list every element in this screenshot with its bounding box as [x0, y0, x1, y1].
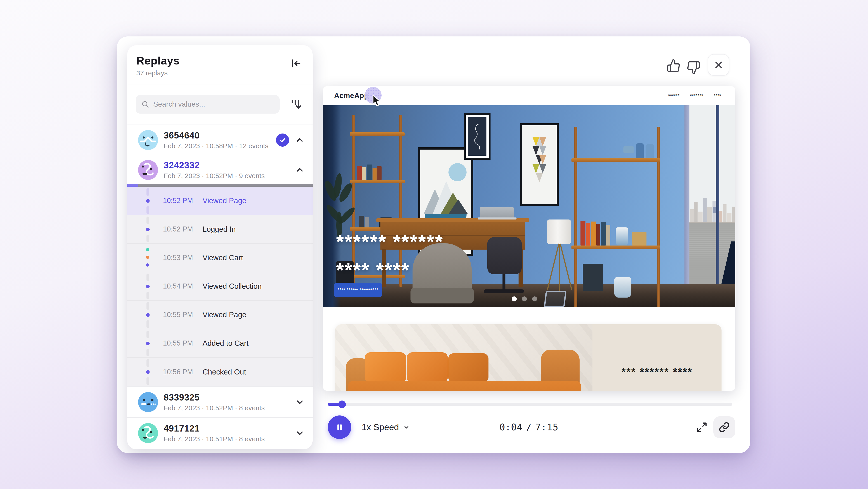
event-row[interactable]: 10:52 PM Logged In	[127, 215, 313, 244]
event-label: Viewed Collection	[203, 282, 262, 291]
chevron-down-icon[interactable]	[294, 397, 305, 407]
seek-bar-knob[interactable]	[338, 401, 346, 408]
chevron-down-icon	[403, 424, 410, 431]
site-nav-masked: ****** ******* ****	[668, 93, 721, 98]
session-meta: Feb 7, 2023 · 10:51PM · 8 events	[164, 435, 294, 443]
session-watch-progress[interactable]	[127, 184, 313, 187]
replays-count: 37 replays	[136, 69, 302, 77]
nav-item-masked: ****	[714, 93, 721, 98]
wall-art	[520, 123, 559, 206]
search-icon	[141, 100, 150, 109]
fullscreen-button[interactable]	[695, 421, 708, 434]
carousel-dot-active	[512, 296, 517, 301]
event-row[interactable]: 10:55 PM Viewed Page	[127, 301, 313, 329]
close-button[interactable]	[708, 54, 729, 76]
feedback-row	[666, 54, 729, 76]
magazine-rack	[544, 291, 566, 307]
session-row-4917121[interactable]: 4917121 Feb 7, 2023 · 10:51PM · 8 events	[127, 417, 313, 448]
event-label: Viewed Page	[203, 311, 246, 319]
avatar	[137, 423, 159, 444]
event-row[interactable]: 10:53 PM Viewed Cart	[127, 244, 313, 272]
carousel-dot	[532, 296, 537, 301]
event-label: Checked Out	[203, 368, 246, 376]
session-row-8339325[interactable]: 8339325 Feb 7, 2023 · 10:52PM · 8 events	[127, 386, 313, 417]
event-time: 10:55 PM	[163, 311, 193, 319]
sort-descending-icon	[289, 98, 303, 111]
search-input-box[interactable]	[135, 95, 280, 114]
collapse-left-icon	[290, 57, 302, 69]
speed-label: 1x Speed	[362, 422, 399, 432]
avatar	[137, 159, 159, 180]
site-hero-image: ****** ****** **** **** **** ****** ****…	[323, 105, 735, 307]
session-row-3654640[interactable]: 3654640 Feb 7, 2023 · 10:58PM · 12 event…	[127, 124, 313, 156]
session-meta: Feb 7, 2023 · 10:52PM · 9 events	[164, 172, 294, 180]
replays-sidebar: Replays 37 replays	[127, 45, 313, 450]
event-time: 10:56 PM	[163, 368, 193, 376]
pause-button[interactable]	[328, 415, 351, 439]
hero-cta-button-masked: **** ****** **********	[334, 283, 382, 297]
collapse-sidebar-button[interactable]	[289, 57, 303, 70]
pause-icon	[334, 422, 345, 432]
laptop	[480, 207, 514, 218]
event-time: 10:52 PM	[163, 197, 193, 205]
event-dot-icon	[145, 312, 151, 318]
hero-heading-line1: ****** ******	[336, 227, 443, 256]
expand-icon	[696, 421, 708, 433]
cursor-icon	[372, 94, 383, 107]
session-meta: Feb 7, 2023 · 10:58PM · 12 events	[164, 142, 276, 150]
event-row[interactable]: 10:56 PM Checked Out	[127, 358, 313, 386]
hero-heading-line2: **** ****	[336, 256, 443, 284]
sort-button[interactable]	[289, 97, 304, 112]
event-dot-icon	[145, 369, 151, 375]
page-title: Replays	[136, 54, 302, 67]
event-dot-icon	[145, 262, 151, 268]
event-row[interactable]: 10:55 PM Added to Cart	[127, 329, 313, 358]
event-label: Viewed Page	[203, 196, 246, 205]
event-time: 10:55 PM	[163, 339, 193, 347]
event-label: Viewed Cart	[203, 254, 243, 262]
avatar	[137, 130, 159, 151]
session-row-3242332[interactable]: 3242332 Feb 7, 2023 · 10:52PM · 9 events	[127, 156, 313, 184]
session-meta: Feb 7, 2023 · 10:52PM · 8 events	[164, 404, 294, 412]
wall-art	[464, 113, 491, 160]
floor-lamp	[547, 220, 571, 244]
avatar	[137, 392, 159, 413]
close-icon	[714, 60, 723, 70]
card-text-masked: *** ****** ****	[592, 324, 721, 391]
site-content-card: *** ****** ****	[335, 324, 721, 391]
search-input[interactable]	[153, 100, 274, 108]
event-time: 10:52 PM	[163, 225, 193, 233]
chevron-down-icon[interactable]	[294, 428, 305, 438]
event-label: Logged In	[203, 225, 236, 233]
event-dot-icon	[145, 247, 151, 253]
thumbs-down-button[interactable]	[686, 60, 701, 75]
event-dot-icon	[145, 198, 151, 204]
thumbs-down-icon	[686, 61, 701, 75]
search-row	[127, 84, 313, 124]
replay-viewport: AcmeApp ****** ******* ****	[323, 86, 735, 391]
event-row[interactable]: 10:54 PM Viewed Collection	[127, 272, 313, 301]
nav-item-masked: ******	[668, 93, 680, 98]
app-background: Replays 37 replays	[0, 0, 868, 489]
event-time: 10:53 PM	[163, 254, 193, 262]
event-dot-icon	[145, 226, 151, 233]
session-id: 4917121	[164, 423, 294, 434]
event-dot-icon	[145, 254, 151, 260]
carousel-dot	[522, 296, 527, 301]
event-time: 10:54 PM	[163, 282, 193, 290]
watched-badge[interactable]	[276, 134, 289, 147]
copy-link-button[interactable]	[713, 416, 735, 438]
thumbs-up-button[interactable]	[666, 58, 681, 73]
seek-bar[interactable]	[328, 403, 733, 406]
chevron-up-icon[interactable]	[294, 135, 305, 145]
speed-selector[interactable]: 1x Speed	[362, 422, 410, 432]
nav-item-masked: *******	[690, 93, 704, 98]
event-row[interactable]: 10:52 PM Viewed Page	[127, 187, 313, 215]
event-dot-icon	[145, 283, 151, 290]
hero-heading-masked: ****** ****** **** ****	[336, 227, 443, 284]
office-chair	[487, 237, 522, 274]
player-controls: 1x Speed 0:04 / 7:15	[328, 415, 735, 440]
event-dot-icon	[145, 340, 151, 347]
chevron-up-icon[interactable]	[294, 165, 305, 175]
event-list: 10:52 PM Viewed Page 10:52 PM Logged In …	[127, 187, 313, 386]
